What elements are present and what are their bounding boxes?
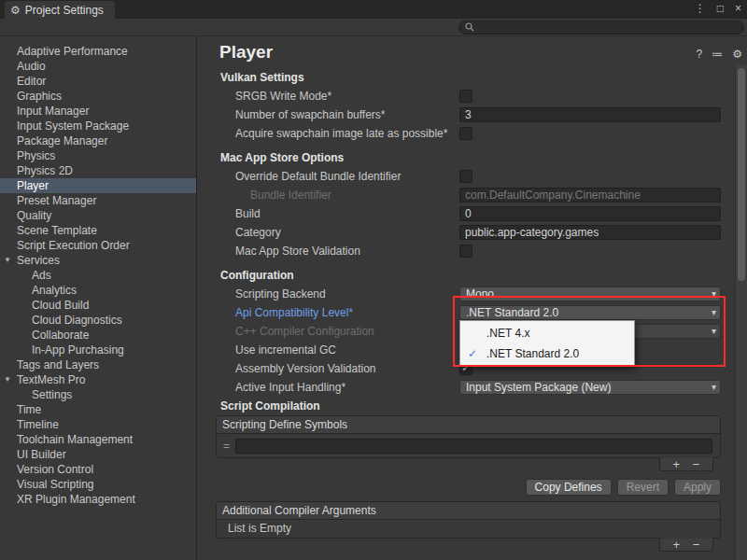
sidebar-item-scene-template[interactable]: Scene Template bbox=[0, 223, 196, 238]
sidebar-item-ui-builder[interactable]: UI Builder bbox=[0, 447, 196, 462]
search-box[interactable] bbox=[458, 21, 744, 35]
revert-button[interactable]: Revert bbox=[617, 479, 669, 496]
setting-row-override-default-bundle-identifier: Override Default Bundle Identifier bbox=[197, 167, 747, 186]
sidebar-item-quality[interactable]: Quality bbox=[0, 208, 196, 223]
checkbox-mac-app-store-validation[interactable] bbox=[459, 245, 472, 258]
additional-args-footer-tab: + − bbox=[659, 538, 713, 552]
sidebar-item-editor[interactable]: Editor bbox=[0, 74, 196, 89]
sidebar-item-preset-manager[interactable]: Preset Manager bbox=[0, 193, 196, 208]
menu-icon[interactable]: ⋮ bbox=[695, 2, 706, 15]
presets-icon[interactable]: ≔ bbox=[712, 48, 723, 61]
sidebar-item-label: Package Manager bbox=[17, 134, 107, 147]
sidebar-item-cloud-build[interactable]: Cloud Build bbox=[0, 298, 196, 313]
dropdown-api-compatibility-level[interactable]: .NET Standard 2.0 bbox=[459, 305, 721, 320]
main-header: Player ? ≔ ⚙ bbox=[197, 36, 747, 68]
sidebar-item-tags-and-layers[interactable]: Tags and Layers bbox=[0, 357, 196, 372]
tab-project-settings[interactable]: ⚙ Project Settings bbox=[5, 1, 115, 19]
additional-args-footer: + − bbox=[197, 539, 721, 555]
help-icon[interactable]: ? bbox=[697, 48, 703, 61]
sidebar-item-physics-2d[interactable]: Physics 2D bbox=[0, 163, 196, 178]
sidebar-item-ads[interactable]: Ads bbox=[0, 268, 196, 283]
sidebar-item-services[interactable]: ▼Services bbox=[0, 253, 196, 268]
foldout-icon[interactable]: ▼ bbox=[4, 253, 11, 268]
scrollbar-thumb[interactable] bbox=[738, 68, 745, 281]
project-settings-window: ⚙ Project Settings ⋮ □ × Adaptive Perfor… bbox=[0, 0, 747, 560]
sidebar-item-label: Analytics bbox=[32, 284, 77, 297]
setting-control bbox=[459, 206, 721, 221]
sidebar-item-textmesh-pro[interactable]: ▼TextMesh Pro bbox=[0, 372, 196, 387]
sidebar-item-input-system-package[interactable]: Input System Package bbox=[0, 119, 196, 133]
sidebar-item-collaborate[interactable]: Collaborate bbox=[0, 328, 196, 343]
dropdown-scripting-backend[interactable]: Mono bbox=[459, 287, 721, 301]
window-body: Adaptive PerformanceAudioEditorGraphicsI… bbox=[0, 36, 747, 560]
sidebar-item-audio[interactable]: Audio bbox=[0, 59, 196, 74]
foldout-icon[interactable]: ▼ bbox=[4, 372, 11, 387]
sidebar-item-toolchain-management[interactable]: Toolchain Management bbox=[0, 432, 196, 447]
remove-define-button[interactable]: − bbox=[693, 458, 700, 470]
sidebar-item-package-manager[interactable]: Package Manager bbox=[0, 133, 196, 148]
sidebar-item-timeline[interactable]: Timeline bbox=[0, 417, 196, 432]
search-input[interactable] bbox=[478, 21, 738, 33]
sidebar-item-label: Audio bbox=[17, 60, 46, 73]
setting-row-bundle-identifier: Bundle Identifier bbox=[197, 186, 747, 204]
checkbox-acquire-swapchain-image-late-as-possible[interactable] bbox=[459, 127, 472, 140]
sidebar-item-in-app-purchasing[interactable]: In-App Purchasing bbox=[0, 343, 196, 357]
list-empty-text: List is Empty bbox=[217, 520, 720, 538]
define-symbol-input[interactable] bbox=[235, 439, 712, 454]
text-field-category[interactable] bbox=[459, 225, 721, 240]
text-field-build[interactable] bbox=[459, 206, 721, 221]
setting-label: Scripting Backend bbox=[197, 287, 459, 301]
dropdown-active-input-handling[interactable]: Input System Package (New) bbox=[459, 380, 721, 395]
popup-item-net-4-x[interactable]: .NET 4.x bbox=[460, 323, 634, 343]
setting-label: Bundle Identifier bbox=[197, 189, 459, 202]
sidebar-item-version-control[interactable]: Version Control bbox=[0, 462, 196, 477]
setting-control bbox=[459, 127, 721, 140]
sidebar-list: Adaptive PerformanceAudioEditorGraphicsI… bbox=[0, 44, 196, 507]
checkbox-srgb-write-mode[interactable] bbox=[459, 90, 472, 103]
sidebar-item-visual-scripting[interactable]: Visual Scripting bbox=[0, 477, 196, 492]
close-icon[interactable]: × bbox=[735, 2, 741, 15]
copy-defines-button[interactable]: Copy Defines bbox=[526, 479, 612, 496]
sidebar-item-xr-plugin-management[interactable]: XR Plugin Management bbox=[0, 492, 196, 507]
sidebar-item-settings[interactable]: Settings bbox=[0, 387, 196, 402]
define-symbols-actions: Copy Defines Revert Apply bbox=[197, 479, 721, 496]
setting-label: Number of swapchain buffers* bbox=[197, 108, 459, 121]
vertical-scrollbar[interactable] bbox=[735, 64, 747, 560]
sidebar-item-input-manager[interactable]: Input Manager bbox=[0, 104, 196, 119]
setting-label: SRGB Write Mode* bbox=[197, 90, 459, 103]
scripting-define-symbols-title: Scripting Define Symbols bbox=[217, 416, 720, 434]
sidebar-item-cloud-diagnostics[interactable]: Cloud Diagnostics bbox=[0, 313, 196, 328]
text-field-number-of-swapchain-buffers[interactable] bbox=[459, 107, 721, 122]
sidebar-item-script-execution-order[interactable]: Script Execution Order bbox=[0, 238, 196, 253]
sidebar-item-time[interactable]: Time bbox=[0, 402, 196, 417]
sidebar-item-analytics[interactable]: Analytics bbox=[0, 283, 196, 298]
main-panel: Player ? ≔ ⚙ Vulkan SettingsSRGB Write M… bbox=[197, 36, 747, 560]
checkbox-override-default-bundle-identifier[interactable] bbox=[459, 170, 472, 183]
setting-control: Input System Package (New) bbox=[459, 380, 721, 395]
sidebar-item-label: Graphics bbox=[17, 90, 62, 103]
setting-row-mac-app-store-validation: Mac App Store Validation bbox=[197, 242, 747, 260]
add-argument-button[interactable]: + bbox=[673, 539, 681, 551]
api-compatibility-dropdown-popup: .NET 4.x✓.NET Standard 2.0 bbox=[459, 320, 635, 367]
sidebar-item-physics[interactable]: Physics bbox=[0, 148, 196, 163]
apply-button[interactable]: Apply bbox=[674, 479, 721, 496]
add-define-button[interactable]: + bbox=[673, 458, 681, 470]
sidebar-item-label: Settings bbox=[32, 388, 72, 401]
scripting-define-symbols-box: Scripting Define Symbols = bbox=[216, 415, 721, 458]
popup-item-net-standard-2-0[interactable]: ✓.NET Standard 2.0 bbox=[460, 343, 634, 364]
setting-label: Build bbox=[197, 207, 459, 220]
setting-row-category: Category bbox=[197, 223, 747, 242]
sidebar-item-graphics[interactable]: Graphics bbox=[0, 89, 196, 104]
setting-row-scripting-backend: Scripting BackendMono bbox=[197, 285, 747, 303]
drag-handle-icon[interactable]: = bbox=[223, 440, 230, 453]
text-field-bundle-identifier[interactable] bbox=[459, 188, 721, 203]
remove-argument-button[interactable]: − bbox=[693, 539, 700, 551]
sidebar-item-adaptive-performance[interactable]: Adaptive Performance bbox=[0, 44, 196, 59]
sidebar-item-label: Visual Scripting bbox=[17, 478, 94, 491]
settings-gear-icon[interactable]: ⚙ bbox=[732, 48, 742, 61]
sidebar-item-player[interactable]: Player bbox=[0, 178, 196, 193]
sidebar-item-label: Scene Template bbox=[17, 224, 97, 237]
titlebar: ⚙ Project Settings ⋮ □ × bbox=[0, 0, 747, 19]
setting-control: Mono bbox=[459, 287, 721, 301]
maximize-icon[interactable]: □ bbox=[717, 2, 724, 15]
